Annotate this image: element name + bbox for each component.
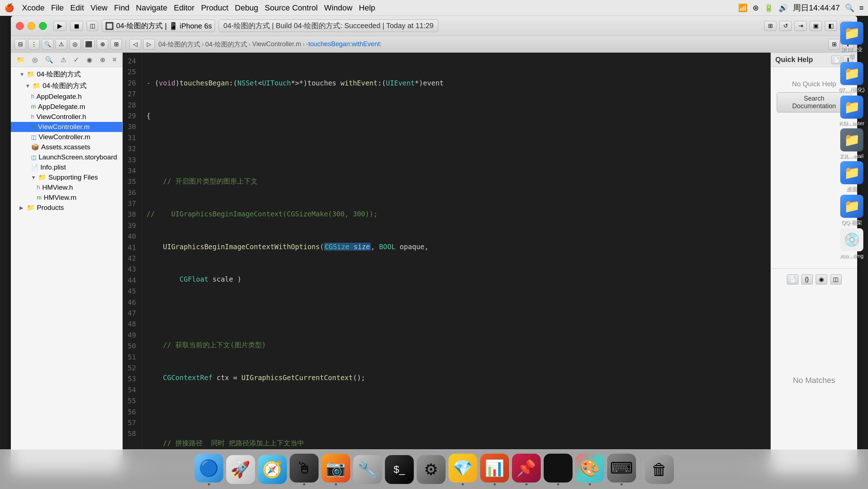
breakpoint-btn[interactable]: ⊕ [97, 39, 108, 50]
nav-file-appdelegate-m[interactable]: m AppDelegate.m [11, 102, 122, 112]
nav-item-inner-group[interactable]: ▼ 📁 04-绘图的方式 [11, 80, 122, 92]
dock-black-terminal[interactable] [544, 454, 573, 485]
nav-issues-icon[interactable]: ⚠ [61, 56, 66, 64]
dock-launchpad[interactable]: 🚀 [226, 455, 255, 484]
nav-supporting-files[interactable]: ▼ 📁 Supporting Files [11, 172, 122, 182]
desktop-icon-4[interactable]: 📁 ZJL...etail [838, 128, 865, 159]
menu-view[interactable]: View [91, 3, 108, 13]
menu-editor[interactable]: Editor [174, 3, 194, 13]
layout-btn-2[interactable]: ↺ [779, 21, 792, 31]
nav-files-icon[interactable]: 📁 [17, 56, 25, 64]
nav-file-launchscreen[interactable]: ◫ LaunchScreen.storyboard [11, 152, 122, 162]
dock-tools[interactable]: 🔧 [353, 455, 382, 484]
menu-product[interactable]: Product [201, 3, 228, 13]
stop-button[interactable]: ◼ [70, 21, 83, 31]
menu-debug[interactable]: Debug [235, 3, 258, 13]
desktop-icon-3[interactable]: 📁 KSI...aster [838, 96, 865, 126]
dock-settings[interactable]: ⚙ [417, 455, 446, 484]
dock-photos[interactable]: 📷 [321, 454, 350, 485]
nav-root[interactable]: ▼ 📁 04-绘图的方式 [11, 69, 122, 80]
dock-keyboard[interactable]: ⌨ [607, 454, 636, 485]
nav-products[interactable]: ▶ 📁 Products [11, 203, 122, 213]
desktop-icon-1[interactable]: 📁 第13...业绩 [838, 22, 865, 60]
nav-tests-icon[interactable]: ✓ [74, 56, 79, 64]
folder-label-5: 桌面 [846, 186, 857, 193]
menu-edit[interactable]: Edit [70, 3, 84, 13]
nav-file-assets[interactable]: 📦 Assets.xcassets [11, 142, 122, 152]
menu-xcode[interactable]: Xcode [22, 3, 44, 13]
nav-debug-icon[interactable]: ◉ [87, 56, 92, 64]
qh-icon-3[interactable]: ◉ [816, 274, 827, 285]
breadcrumb-2[interactable]: 04-绘图的方式 [205, 40, 247, 49]
nav-reports-icon[interactable]: ≡ [113, 56, 117, 63]
black-running-dot [557, 483, 559, 485]
folder-label-3: KSI...aster [839, 120, 864, 126]
dock-ppt[interactable]: 📊 [480, 454, 509, 485]
qh-icon-2[interactable]: {} [801, 274, 813, 285]
navigator-toggle[interactable]: ⊟ [14, 39, 26, 50]
nav-find-icon[interactable]: 🔍 [45, 56, 53, 64]
menu-navigate[interactable]: Navigate [136, 3, 167, 13]
dock-pp[interactable]: 📌 [512, 454, 541, 485]
nav-symbols-icon[interactable]: ◎ [32, 56, 38, 64]
report-btn[interactable]: ⊞ [110, 39, 122, 50]
warning-btn[interactable]: ⚠ [56, 39, 67, 50]
folder-icon-5: 📁 [840, 161, 863, 184]
code-editor[interactable]: 24 25 26 27 28 29 30 31 32 33 34 35 36 3… [123, 53, 771, 474]
menu-window[interactable]: Window [324, 3, 352, 13]
disclosure-products: ▶ [19, 205, 25, 211]
run-button[interactable]: ▶ [53, 21, 66, 31]
layout-btn-1[interactable]: ⊞ [764, 21, 776, 31]
layout-btn-4[interactable]: ▣ [810, 21, 822, 31]
scheme-selector[interactable]: 🔲 04-绘图的方式 | 📱 iPhone 6s [102, 19, 215, 32]
menu-source-control[interactable]: Source Control [265, 3, 318, 13]
menu-extras-icon[interactable]: ≡ [859, 4, 864, 12]
menu-file[interactable]: File [51, 3, 63, 13]
dock-cursor[interactable]: 🖱 [290, 454, 319, 485]
keyboard-running-dot [621, 483, 623, 485]
hmh-icon: h [37, 184, 40, 191]
debug-btn[interactable]: ⬛ [83, 39, 95, 50]
minimize-button[interactable] [27, 22, 35, 30]
qh-icon-1[interactable]: 📄 [787, 274, 798, 285]
file-h-icon: h [31, 93, 34, 100]
layout-btn-5[interactable]: ◧ [825, 21, 837, 31]
nav-file-viewcontroller-m[interactable]: m ViewController.m [11, 122, 122, 132]
breadcrumb-4[interactable]: -touchesBegan:withEvent: [306, 40, 382, 48]
test-btn[interactable]: ◎ [69, 39, 81, 50]
nav-supporting-label: Supporting Files [48, 173, 98, 181]
dock-terminal[interactable]: $_ [385, 455, 414, 484]
nav-file-main-storyboard[interactable]: ◫ ViewController.m [11, 132, 122, 142]
no-quick-help-text: No Quick Help [792, 80, 836, 88]
nav-file-hmview-h[interactable]: h HMView.h [11, 182, 122, 193]
hierarchy-btn[interactable]: ⋮ [28, 39, 40, 50]
menu-help[interactable]: Help [359, 3, 375, 13]
dock-finder[interactable]: 🔵 [194, 454, 223, 485]
nav-file-infoplist[interactable]: 📄 Info.plist [11, 162, 122, 172]
breadcrumb-3[interactable]: ViewController.m [252, 40, 301, 48]
nav-file-viewcontroller-h[interactable]: h ViewController.h [11, 112, 122, 122]
nav-file-hmview-m[interactable]: m HMView.m [11, 193, 122, 203]
close-button[interactable] [16, 22, 24, 30]
dock-trash[interactable]: 🗑 [645, 455, 674, 484]
nav-back[interactable]: ◁ [130, 39, 141, 50]
scheme-name: 04-绘图的方式 [116, 21, 163, 31]
dock-safari[interactable]: 🧭 [258, 455, 287, 484]
nav-file-appdelegate-h[interactable]: h AppDelegate.h [11, 92, 122, 102]
search-icon[interactable]: 🔍 [845, 4, 854, 12]
maximize-button[interactable] [39, 22, 47, 30]
desktop-icon-5[interactable]: 📁 桌面 [838, 161, 865, 193]
code-content: 24 25 26 27 28 29 30 31 32 33 34 35 36 3… [123, 53, 771, 462]
desktop-icon-7[interactable]: 💿 xco...dmg [838, 228, 865, 259]
desktop-icon-2[interactable]: 📁 07…(优化) [838, 62, 865, 93]
search-toolbar-btn[interactable]: 🔍 [42, 39, 53, 50]
layout-btn-3[interactable]: ⇥ [794, 21, 807, 31]
menu-find[interactable]: Find [114, 3, 130, 13]
desktop-icon-6[interactable]: 📁 QQ 框架 [838, 195, 865, 226]
dock-sketch[interactable]: 💎 [448, 454, 477, 485]
dock-colorful[interactable]: 🎨 [575, 454, 604, 485]
nav-forward[interactable]: ▷ [143, 39, 155, 50]
apple-menu[interactable]: 🍎 [4, 3, 14, 13]
nav-breakpoints-icon[interactable]: ⊕ [100, 56, 105, 64]
breadcrumb-1[interactable]: 04-绘图的方式 [158, 40, 200, 49]
